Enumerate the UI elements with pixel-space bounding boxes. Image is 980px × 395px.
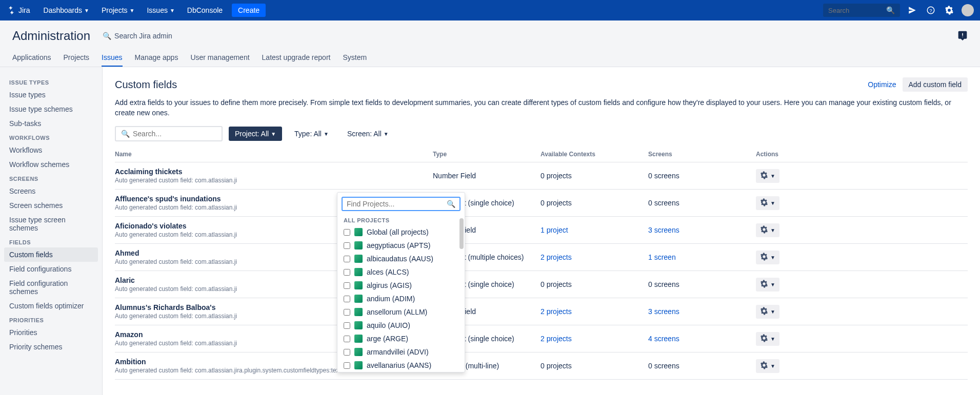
project-icon	[354, 321, 363, 329]
project-checkbox[interactable]	[344, 229, 350, 236]
sidebar-item-issue-type-schemes[interactable]: Issue type schemes	[4, 102, 98, 116]
project-checkbox[interactable]	[344, 349, 350, 356]
field-screens[interactable]: 3 screens	[648, 307, 756, 316]
admin-search[interactable]: 🔍 Search Jira admin	[103, 32, 172, 40]
row-actions-button[interactable]: ▼	[756, 223, 779, 237]
project-checkbox[interactable]	[344, 256, 350, 262]
row-actions-button[interactable]: ▼	[756, 278, 779, 292]
project-icon	[354, 268, 363, 276]
sidebar-item-field-configurations[interactable]: Field configurations	[4, 262, 98, 276]
field-screens[interactable]: 3 screens	[648, 226, 756, 234]
tab-user-management[interactable]: User management	[190, 49, 249, 67]
chevron-down-icon: ▼	[770, 173, 775, 179]
project-label: aegyptiacus (APTS)	[367, 241, 431, 250]
row-actions-button[interactable]: ▼	[756, 196, 779, 210]
field-search-input[interactable]	[133, 130, 216, 138]
sidebar-item-issue-types[interactable]: Issue types	[4, 88, 98, 102]
table-row: Ahmed Auto generated custom field: com.a…	[115, 244, 968, 271]
project-checkbox[interactable]	[344, 336, 350, 342]
screen-filter[interactable]: Screen: All ▼	[341, 127, 395, 141]
top-nav: Jira Dashboards▼Projects▼Issues▼DbConsol…	[0, 0, 980, 20]
project-option[interactable]: armandvillei (ADVI)	[337, 345, 465, 359]
type-filter[interactable]: Type: All ▼	[288, 127, 335, 141]
help-icon[interactable]: ?	[925, 4, 937, 16]
jira-logo[interactable]: Jira	[6, 5, 30, 15]
project-filter[interactable]: Project: All ▼	[229, 127, 282, 141]
sidebar-item-priorities[interactable]: Priorities	[4, 325, 98, 340]
project-option[interactable]: alces (ALCS)	[337, 265, 465, 279]
sidebar-item-custom-fields[interactable]: Custom fields	[4, 247, 98, 262]
row-actions-button[interactable]: ▼	[756, 251, 779, 264]
col-header-contexts: Available Contexts	[541, 151, 648, 158]
sidebar-item-priority-schemes[interactable]: Priority schemes	[4, 340, 98, 354]
field-contexts[interactable]: 2 projects	[541, 307, 648, 316]
project-search-input[interactable]	[347, 200, 447, 208]
project-checkbox[interactable]	[344, 242, 350, 249]
project-checkbox[interactable]	[344, 309, 350, 316]
nav-item-dashboards[interactable]: Dashboards▼	[38, 3, 94, 17]
project-checkbox[interactable]	[344, 282, 350, 289]
create-button[interactable]: Create	[232, 4, 266, 17]
project-checkbox[interactable]	[344, 362, 350, 369]
chevron-down-icon: ▼	[170, 8, 175, 13]
project-option[interactable]: andium (ADIM)	[337, 292, 465, 305]
notifications-icon[interactable]	[906, 4, 918, 16]
project-option[interactable]: ansellorum (ALLM)	[337, 305, 465, 319]
project-search-field[interactable]: 🔍	[342, 197, 461, 211]
sidebar-item-issue-type-screen-schemes[interactable]: Issue type screen schemes	[4, 213, 98, 235]
sidebar-item-sub-tasks[interactable]: Sub-tasks	[4, 116, 98, 131]
nav-item-dbconsole[interactable]: DbConsole	[182, 3, 228, 17]
tab-issues[interactable]: Issues	[102, 49, 122, 67]
project-option[interactable]: aegyptiacus (APTS)	[337, 239, 465, 252]
tab-manage-apps[interactable]: Manage apps	[135, 49, 178, 67]
global-search-input[interactable]	[828, 7, 883, 14]
project-option[interactable]: algirus (AGIS)	[337, 279, 465, 292]
sidebar: ISSUE TYPESIssue typesIssue type schemes…	[0, 67, 103, 395]
project-option[interactable]: arge (ARGE)	[337, 332, 465, 345]
sidebar-item-workflows[interactable]: Workflows	[4, 143, 98, 157]
field-screens[interactable]: 1 screen	[648, 253, 756, 261]
row-actions-button[interactable]: ▼	[756, 359, 779, 373]
chevron-down-icon: ▼	[770, 363, 775, 369]
chevron-down-icon: ▼	[770, 282, 775, 287]
tab-latest-upgrade-report[interactable]: Latest upgrade report	[262, 49, 331, 67]
tab-applications[interactable]: Applications	[12, 49, 51, 67]
project-label: arge (ARGE)	[367, 335, 408, 343]
user-avatar[interactable]	[962, 4, 974, 16]
scrollbar[interactable]	[459, 218, 464, 249]
field-contexts[interactable]: 1 project	[541, 226, 648, 234]
row-actions-button[interactable]: ▼	[756, 332, 779, 346]
tab-system[interactable]: System	[343, 49, 367, 67]
svg-text:?: ?	[929, 8, 932, 13]
project-checkbox[interactable]	[344, 269, 350, 276]
field-contexts[interactable]: 2 projects	[541, 335, 648, 343]
field-search[interactable]: 🔍	[115, 126, 223, 141]
sidebar-item-custom-fields-optimizer[interactable]: Custom fields optimizer	[4, 299, 98, 313]
field-screens[interactable]: 4 screens	[648, 335, 756, 343]
field-contexts[interactable]: 2 projects	[541, 253, 648, 261]
sidebar-item-field-configuration-schemes[interactable]: Field configuration schemes	[4, 276, 98, 299]
nav-item-projects[interactable]: Projects▼	[96, 3, 139, 17]
col-header-screens: Screens	[648, 151, 756, 158]
sidebar-item-workflow-schemes[interactable]: Workflow schemes	[4, 157, 98, 172]
add-custom-field-button[interactable]: Add custom field	[903, 77, 968, 92]
feedback-icon[interactable]	[957, 30, 968, 42]
project-option[interactable]: aquilo (AUIO)	[337, 319, 465, 332]
tab-projects[interactable]: Projects	[64, 49, 90, 67]
settings-icon[interactable]	[943, 4, 955, 16]
project-option[interactable]: albicaudatus (AAUS)	[337, 252, 465, 265]
row-actions-button[interactable]: ▼	[756, 305, 779, 319]
project-option[interactable]: avellanarius (AANS)	[337, 359, 465, 372]
sidebar-item-screen-schemes[interactable]: Screen schemes	[4, 198, 98, 213]
project-checkbox[interactable]	[344, 322, 350, 329]
sidebar-item-screens[interactable]: Screens	[4, 184, 98, 198]
row-actions-button[interactable]: ▼	[756, 169, 779, 183]
page-title: Custom fields	[115, 79, 177, 91]
project-label: aquilo (AUIO)	[367, 321, 410, 329]
nav-item-issues[interactable]: Issues▼	[142, 3, 179, 17]
project-icon	[354, 228, 363, 236]
optimize-link[interactable]: Optimize	[868, 80, 896, 89]
global-search[interactable]: 🔍	[823, 4, 900, 17]
project-option[interactable]: Global (all projects)	[337, 225, 465, 239]
project-checkbox[interactable]	[344, 296, 350, 302]
